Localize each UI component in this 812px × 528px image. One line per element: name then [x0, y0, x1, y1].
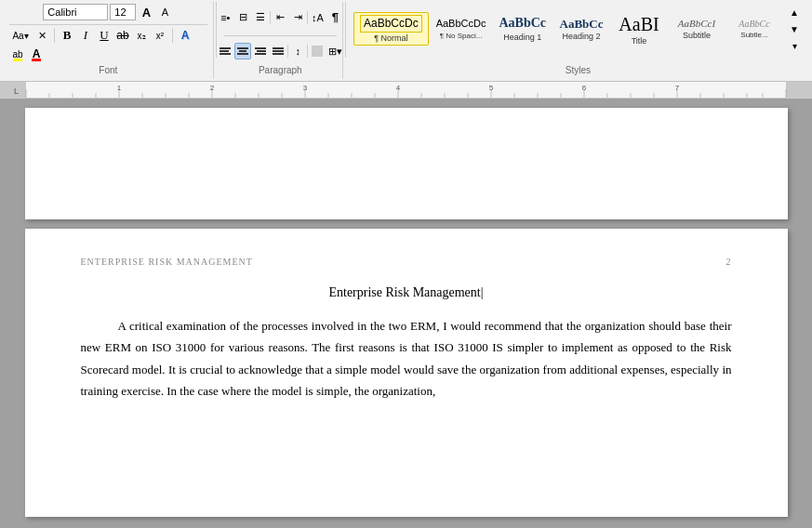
font-group: Calibri 12 A A Aa▾ ✕ B I U ab x₂ x² A ab: [4, 2, 214, 79]
style-heading2[interactable]: AaBbCc Heading 2: [553, 15, 609, 44]
shading-button[interactable]: [309, 43, 326, 59]
italic-button[interactable]: I: [77, 27, 94, 44]
style-heading1[interactable]: AaBbCc Heading 1: [493, 14, 552, 44]
align-center-button[interactable]: [234, 43, 251, 59]
style-title-preview: AaBI: [619, 13, 659, 35]
subscript-button[interactable]: x₂: [133, 27, 150, 44]
ruler: 1 2 3 4 5 6 7 L: [0, 82, 812, 99]
show-marks-button[interactable]: ¶: [326, 9, 343, 26]
style-subtle-label: Subtle...: [740, 31, 767, 39]
numbering-button[interactable]: ⊟: [234, 9, 251, 26]
font-group-label: Font: [99, 65, 117, 77]
style-no-spacing[interactable]: AaBbCcDc ¶ No Spaci...: [431, 16, 492, 41]
style-subtitle[interactable]: AaBbCcI Subtitle: [669, 16, 725, 42]
highlight-color-button[interactable]: ab: [9, 46, 26, 62]
svg-text:7: 7: [675, 84, 680, 92]
svg-text:L: L: [14, 86, 19, 96]
font-name-box[interactable]: Calibri: [43, 4, 108, 20]
style-heading2-preview: AaBbCc: [560, 17, 604, 32]
font-color-button[interactable]: A: [28, 46, 45, 62]
body-paragraph: A critical examination of the processes …: [81, 315, 732, 403]
svg-rect-0: [0, 82, 26, 99]
style-heading1-label: Heading 1: [503, 33, 541, 42]
svg-text:1: 1: [117, 84, 122, 92]
style-heading1-preview: AaBbCc: [499, 16, 546, 32]
style-subtle[interactable]: AaBbCc Subtle...: [726, 17, 782, 41]
style-heading2-label: Heading 2: [562, 32, 600, 41]
styles-group: AaBbCcDc ¶ Normal AaBbCcDc ¶ No Spaci...…: [348, 2, 808, 79]
style-title[interactable]: AaBI Title: [611, 11, 667, 47]
styles-scroll-up[interactable]: ▲: [786, 4, 803, 20]
font-size-box[interactable]: 12: [110, 4, 136, 20]
styles-more[interactable]: ▾: [786, 37, 803, 54]
bullets-button[interactable]: ≡•: [217, 9, 233, 26]
paragraph-group: ≡• ⊟ ☰ ⇤ ⇥ ↕A ¶: [219, 2, 344, 79]
ribbon: Calibri 12 A A Aa▾ ✕ B I U ab x₂ x² A ab: [0, 0, 812, 82]
align-left-button[interactable]: [217, 43, 233, 59]
style-normal-label: ¶ Normal: [374, 33, 407, 43]
page-number: 2: [726, 257, 732, 267]
borders-button[interactable]: ⊞▾: [326, 43, 343, 59]
svg-text:2: 2: [210, 84, 215, 92]
style-subtitle-label: Subtitle: [683, 31, 711, 40]
paragraph-group-label: Paragraph: [259, 65, 302, 77]
svg-text:6: 6: [582, 84, 587, 92]
superscript-button[interactable]: x²: [152, 27, 168, 44]
style-subtle-preview: AaBbCc: [739, 19, 769, 30]
style-subtitle-preview: AaBbCcI: [678, 18, 715, 30]
text-effects-button[interactable]: A: [177, 27, 193, 44]
document-title[interactable]: Enterprise Risk Management: [81, 285, 732, 300]
grow-font-button[interactable]: A: [138, 4, 154, 20]
clear-format-button[interactable]: ✕: [33, 27, 50, 44]
sort-button[interactable]: ↕A: [309, 9, 326, 26]
style-normal-preview: AaBbCcDc: [360, 15, 422, 32]
strikethrough-button[interactable]: ab: [114, 27, 131, 44]
page-header: ENTERPRISE RISK MANAGEMENT 2: [81, 257, 732, 267]
svg-text:3: 3: [303, 84, 308, 92]
increase-indent-button[interactable]: ⇥: [289, 9, 306, 26]
multilevel-button[interactable]: ☰: [252, 9, 269, 26]
page-2: ENTERPRISE RISK MANAGEMENT 2 Enterprise …: [25, 229, 788, 517]
styles-scroll-down[interactable]: ▼: [786, 20, 803, 37]
document-area: ENTERPRISE RISK MANAGEMENT 2 Enterprise …: [0, 99, 812, 528]
style-normal[interactable]: AaBbCcDc ¶ Normal: [353, 12, 429, 45]
style-title-label: Title: [632, 36, 647, 46]
styles-group-label: Styles: [566, 65, 591, 77]
justify-button[interactable]: [270, 43, 286, 59]
page-header-title: ENTERPRISE RISK MANAGEMENT: [81, 257, 253, 267]
bold-button[interactable]: B: [59, 27, 75, 44]
decrease-indent-button[interactable]: ⇤: [272, 9, 288, 26]
style-no-spacing-preview: AaBbCcDc: [436, 18, 486, 30]
page-1: [25, 108, 788, 219]
svg-text:4: 4: [396, 84, 401, 92]
style-no-spacing-label: ¶ No Spaci...: [440, 32, 483, 40]
align-right-button[interactable]: [252, 43, 269, 59]
change-case-button[interactable]: Aa▾: [9, 27, 32, 44]
svg-rect-2: [26, 82, 786, 99]
shrink-font-button[interactable]: A: [156, 4, 173, 20]
underline-button[interactable]: U: [96, 27, 113, 44]
line-spacing-button[interactable]: ↕: [289, 43, 306, 59]
svg-text:5: 5: [489, 84, 494, 92]
document-body[interactable]: A critical examination of the processes …: [81, 315, 732, 403]
svg-rect-1: [786, 82, 812, 99]
